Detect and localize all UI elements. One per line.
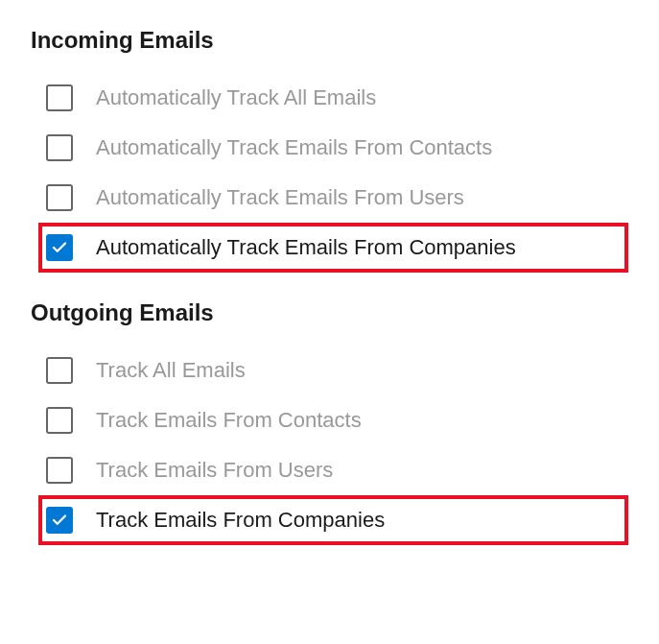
option-track-all-incoming[interactable]: Automatically Track All Emails: [38, 73, 628, 123]
checkbox-track-users-incoming[interactable]: [46, 184, 73, 211]
option-label: Track Emails From Contacts: [96, 408, 362, 433]
checkbox-track-companies-outgoing[interactable]: [46, 507, 73, 534]
checkbox-track-contacts-incoming[interactable]: [46, 134, 73, 161]
section-title-outgoing: Outgoing Emails: [31, 299, 628, 326]
section-outgoing-emails: Outgoing Emails Track All Emails Track E…: [31, 299, 628, 545]
section-title-incoming: Incoming Emails: [31, 27, 628, 54]
option-label: Automatically Track Emails From Companie…: [96, 235, 516, 260]
checkbox-track-all-outgoing[interactable]: [46, 357, 73, 384]
option-track-contacts-incoming[interactable]: Automatically Track Emails From Contacts: [38, 123, 628, 173]
option-label: Automatically Track All Emails: [96, 85, 376, 110]
option-label: Track Emails From Users: [96, 458, 333, 483]
option-label: Track All Emails: [96, 358, 246, 383]
checkbox-track-contacts-outgoing[interactable]: [46, 407, 73, 434]
checkbox-track-companies-incoming[interactable]: [46, 234, 73, 261]
checkbox-track-users-outgoing[interactable]: [46, 457, 73, 484]
option-track-all-outgoing[interactable]: Track All Emails: [38, 346, 628, 395]
check-icon: [51, 512, 68, 529]
option-label: Automatically Track Emails From Users: [96, 185, 464, 210]
option-label: Track Emails From Companies: [96, 508, 385, 533]
option-label: Automatically Track Emails From Contacts: [96, 135, 492, 160]
option-track-users-incoming[interactable]: Automatically Track Emails From Users: [38, 173, 628, 223]
checkbox-track-all-incoming[interactable]: [46, 84, 73, 111]
option-track-contacts-outgoing[interactable]: Track Emails From Contacts: [38, 395, 628, 445]
check-icon: [51, 239, 68, 256]
option-track-users-outgoing[interactable]: Track Emails From Users: [38, 445, 628, 495]
section-incoming-emails: Incoming Emails Automatically Track All …: [31, 27, 628, 273]
option-track-companies-incoming[interactable]: Automatically Track Emails From Companie…: [38, 223, 628, 273]
option-track-companies-outgoing[interactable]: Track Emails From Companies: [38, 495, 628, 545]
